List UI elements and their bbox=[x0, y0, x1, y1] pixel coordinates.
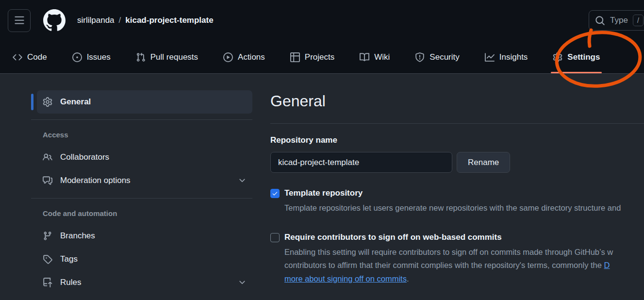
comment-discussion-icon bbox=[43, 176, 52, 185]
breadcrumb-repo-link[interactable]: kicad-project-template bbox=[125, 16, 213, 25]
tab-label: Code bbox=[27, 52, 47, 62]
signoff-learn-more-link[interactable]: more about signing off on commits bbox=[284, 274, 407, 283]
sidebar-section-title-code-automation: Code and automation bbox=[43, 209, 252, 217]
description-text-fragment: . bbox=[407, 274, 409, 283]
settings-sidebar: General Access Collaborators Moderation … bbox=[31, 90, 252, 294]
shield-icon bbox=[415, 52, 425, 62]
chevron-down-icon bbox=[238, 278, 247, 287]
description-text: contributors to affirm that their commit… bbox=[284, 259, 644, 272]
rename-button[interactable]: Rename bbox=[457, 152, 510, 173]
chevron-down-icon bbox=[238, 176, 247, 185]
description-text-fragment: contributors to affirm that their commit… bbox=[284, 261, 604, 269]
tab-label: Actions bbox=[238, 52, 265, 62]
dco-link[interactable]: D bbox=[604, 261, 610, 269]
title-divider bbox=[270, 123, 644, 124]
sidebar-item-rules[interactable]: Rules bbox=[37, 271, 252, 294]
search-icon bbox=[595, 16, 605, 26]
signoff-label[interactable]: Require contributors to sign off on web-… bbox=[284, 233, 502, 242]
app-header: sirlilpanda / kicad-project-template Typ… bbox=[0, 0, 644, 74]
breadcrumb: sirlilpanda / kicad-project-template bbox=[77, 16, 214, 25]
book-icon bbox=[360, 52, 369, 62]
signoff-checkbox[interactable] bbox=[270, 233, 280, 242]
tab-settings[interactable]: Settings bbox=[546, 41, 607, 73]
tab-label: Settings bbox=[567, 52, 600, 62]
three-bars-icon bbox=[14, 15, 25, 26]
gear-icon bbox=[553, 52, 562, 62]
search-placeholder-text: Type bbox=[610, 16, 628, 25]
tab-label: Wiki bbox=[374, 52, 390, 62]
sidebar-item-label: Rules bbox=[60, 278, 81, 287]
breadcrumb-owner-link[interactable]: sirlilpanda bbox=[77, 16, 115, 25]
sidebar-item-collaborators[interactable]: Collaborators bbox=[37, 146, 252, 169]
repository-name-label: Repository name bbox=[270, 135, 644, 145]
tab-actions[interactable]: Actions bbox=[216, 41, 272, 73]
tab-issues[interactable]: Issues bbox=[66, 41, 117, 73]
sidebar-item-label: Branches bbox=[60, 231, 95, 241]
github-logo-icon[interactable] bbox=[43, 9, 66, 32]
template-repository-description: Template repositories let users generate… bbox=[284, 201, 644, 215]
repo-tab-bar: Code Issues Pull requests Actions Projec… bbox=[0, 41, 644, 73]
tab-projects[interactable]: Projects bbox=[283, 41, 341, 73]
sidebar-section-title-access: Access bbox=[43, 131, 252, 139]
code-icon bbox=[13, 52, 22, 62]
tab-label: Projects bbox=[305, 52, 334, 62]
settings-main: General Repository name Rename Template … bbox=[270, 90, 644, 285]
play-icon bbox=[223, 52, 233, 62]
sidebar-item-moderation-options[interactable]: Moderation options bbox=[37, 169, 252, 192]
content-area: General Access Collaborators Moderation … bbox=[0, 74, 644, 294]
tab-security[interactable]: Security bbox=[408, 41, 466, 73]
template-repository-checkbox[interactable] bbox=[270, 189, 280, 198]
sidebar-item-general[interactable]: General bbox=[37, 90, 252, 114]
tab-label: Security bbox=[429, 52, 459, 62]
tab-label: Insights bbox=[499, 52, 528, 62]
table-icon bbox=[290, 52, 300, 62]
template-repository-label[interactable]: Template repository bbox=[284, 188, 363, 198]
breadcrumb-separator: / bbox=[119, 16, 121, 25]
tab-wiki[interactable]: Wiki bbox=[353, 41, 396, 73]
issue-opened-icon bbox=[72, 52, 82, 62]
sidebar-divider bbox=[31, 198, 252, 199]
gear-icon bbox=[43, 97, 52, 107]
sidebar-item-tags[interactable]: Tags bbox=[37, 248, 252, 271]
repo-push-icon bbox=[43, 278, 52, 287]
tab-code[interactable]: Code bbox=[6, 41, 54, 73]
global-search-input[interactable]: Type / bbox=[589, 10, 644, 31]
header-top: sirlilpanda / kicad-project-template Typ… bbox=[0, 0, 644, 41]
sidebar-item-label: Tags bbox=[60, 254, 78, 264]
sidebar-divider bbox=[31, 119, 252, 120]
repository-name-input[interactable] bbox=[270, 152, 452, 173]
sidebar-item-label: General bbox=[60, 97, 91, 107]
tab-pull-requests[interactable]: Pull requests bbox=[129, 41, 205, 73]
description-text: Enabling this setting will require contr… bbox=[284, 246, 644, 259]
tag-icon bbox=[43, 254, 52, 264]
sidebar-item-label: Moderation options bbox=[60, 176, 131, 185]
git-branch-icon bbox=[43, 231, 52, 241]
sidebar-item-branches[interactable]: Branches bbox=[37, 224, 252, 248]
git-pull-request-icon bbox=[136, 52, 146, 62]
tab-insights[interactable]: Insights bbox=[478, 41, 535, 73]
people-icon bbox=[43, 152, 52, 162]
page-title: General bbox=[270, 90, 644, 112]
tab-label: Pull requests bbox=[150, 52, 198, 62]
signoff-description: Enabling this setting will require contr… bbox=[284, 246, 644, 286]
hamburger-menu-button[interactable] bbox=[8, 9, 31, 32]
graph-icon bbox=[485, 52, 495, 62]
description-text: Template repositories let users generate… bbox=[284, 201, 644, 215]
description-text: more about signing off on commits. bbox=[284, 272, 644, 286]
check-icon bbox=[272, 190, 278, 197]
sidebar-item-label: Collaborators bbox=[60, 152, 109, 162]
tab-label: Issues bbox=[87, 52, 111, 62]
slash-key-hint: / bbox=[633, 15, 644, 26]
